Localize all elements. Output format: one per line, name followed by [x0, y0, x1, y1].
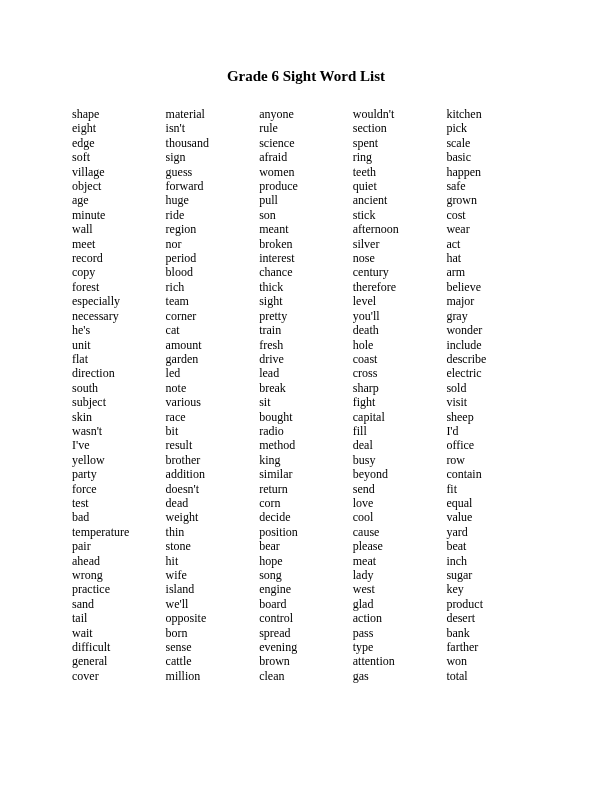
- word-item: island: [166, 582, 260, 596]
- word-item: bear: [259, 539, 353, 553]
- word-item: bank: [446, 626, 540, 640]
- word-item: sit: [259, 395, 353, 409]
- word-item: gas: [353, 669, 447, 683]
- word-item: record: [72, 251, 166, 265]
- word-item: fit: [446, 482, 540, 496]
- word-item: cover: [72, 669, 166, 683]
- word-item: deal: [353, 438, 447, 452]
- word-item: pull: [259, 193, 353, 207]
- word-item: kitchen: [446, 107, 540, 121]
- page-title: Grade 6 Sight Word List: [72, 68, 540, 85]
- word-item: hope: [259, 554, 353, 568]
- word-item: corner: [166, 309, 260, 323]
- word-item: radio: [259, 424, 353, 438]
- word-item: amount: [166, 338, 260, 352]
- word-item: cool: [353, 510, 447, 524]
- word-item: bit: [166, 424, 260, 438]
- word-item: inch: [446, 554, 540, 568]
- word-item: we'll: [166, 597, 260, 611]
- word-item: hit: [166, 554, 260, 568]
- word-item: return: [259, 482, 353, 496]
- word-item: fill: [353, 424, 447, 438]
- word-item: direction: [72, 366, 166, 380]
- word-item: dead: [166, 496, 260, 510]
- word-item: train: [259, 323, 353, 337]
- word-item: evening: [259, 640, 353, 654]
- word-item: sign: [166, 150, 260, 164]
- word-item: nose: [353, 251, 447, 265]
- word-item: forward: [166, 179, 260, 193]
- word-item: visit: [446, 395, 540, 409]
- word-item: key: [446, 582, 540, 596]
- word-item: contain: [446, 467, 540, 481]
- word-item: bought: [259, 410, 353, 424]
- word-item: cross: [353, 366, 447, 380]
- word-item: team: [166, 294, 260, 308]
- column-1: shapeeightedgesoftvillageobjectageminute…: [72, 107, 166, 683]
- word-item: total: [446, 669, 540, 683]
- word-item: general: [72, 654, 166, 668]
- word-item: arm: [446, 265, 540, 279]
- word-item: cause: [353, 525, 447, 539]
- word-item: silver: [353, 237, 447, 251]
- word-item: wear: [446, 222, 540, 236]
- word-item: teeth: [353, 165, 447, 179]
- word-item: glad: [353, 597, 447, 611]
- word-item: coast: [353, 352, 447, 366]
- word-item: pass: [353, 626, 447, 640]
- word-item: stone: [166, 539, 260, 553]
- word-item: cat: [166, 323, 260, 337]
- word-item: clean: [259, 669, 353, 683]
- word-item: describe: [446, 352, 540, 366]
- word-item: happen: [446, 165, 540, 179]
- word-item: act: [446, 237, 540, 251]
- word-item: sharp: [353, 381, 447, 395]
- word-item: electric: [446, 366, 540, 380]
- word-item: temperature: [72, 525, 166, 539]
- word-item: garden: [166, 352, 260, 366]
- word-item: nor: [166, 237, 260, 251]
- word-item: song: [259, 568, 353, 582]
- word-item: isn't: [166, 121, 260, 135]
- word-item: guess: [166, 165, 260, 179]
- word-item: value: [446, 510, 540, 524]
- word-item: send: [353, 482, 447, 496]
- word-item: copy: [72, 265, 166, 279]
- word-item: wait: [72, 626, 166, 640]
- word-item: women: [259, 165, 353, 179]
- word-item: weight: [166, 510, 260, 524]
- word-item: lady: [353, 568, 447, 582]
- word-item: sight: [259, 294, 353, 308]
- word-item: opposite: [166, 611, 260, 625]
- word-item: section: [353, 121, 447, 135]
- column-2: materialisn'tthousandsignguessforwardhug…: [166, 107, 260, 683]
- word-item: forest: [72, 280, 166, 294]
- word-item: decide: [259, 510, 353, 524]
- word-item: tail: [72, 611, 166, 625]
- word-item: especially: [72, 294, 166, 308]
- word-item: method: [259, 438, 353, 452]
- word-item: million: [166, 669, 260, 683]
- word-item: include: [446, 338, 540, 352]
- word-item: south: [72, 381, 166, 395]
- word-item: rule: [259, 121, 353, 135]
- word-item: I'd: [446, 424, 540, 438]
- word-item: brother: [166, 453, 260, 467]
- word-item: sold: [446, 381, 540, 395]
- word-item: born: [166, 626, 260, 640]
- word-item: son: [259, 208, 353, 222]
- word-item: pretty: [259, 309, 353, 323]
- word-item: test: [72, 496, 166, 510]
- word-item: fight: [353, 395, 447, 409]
- word-item: unit: [72, 338, 166, 352]
- word-item: huge: [166, 193, 260, 207]
- word-item: thousand: [166, 136, 260, 150]
- word-item: similar: [259, 467, 353, 481]
- word-item: fresh: [259, 338, 353, 352]
- word-item: material: [166, 107, 260, 121]
- word-item: difficult: [72, 640, 166, 654]
- word-item: please: [353, 539, 447, 553]
- word-item: chance: [259, 265, 353, 279]
- word-item: flat: [72, 352, 166, 366]
- word-item: action: [353, 611, 447, 625]
